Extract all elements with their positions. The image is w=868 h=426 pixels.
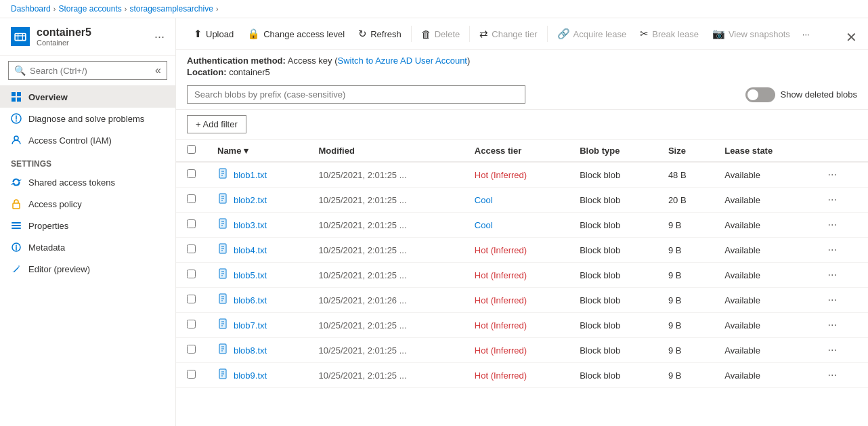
row-more-cell: ···	[812, 338, 868, 363]
row-more-button-6[interactable]: ···	[823, 318, 840, 333]
show-deleted-toggle[interactable]	[745, 87, 775, 102]
toggle-slider	[745, 87, 775, 102]
row-checkbox-1[interactable]	[187, 194, 196, 203]
sidebar-item-overview[interactable]: Overview	[0, 86, 175, 108]
change-tier-button[interactable]: ⇄ Change tier	[473, 24, 544, 44]
add-filter-button[interactable]: + Add filter	[187, 115, 246, 133]
sidebar-more-button[interactable]: ···	[154, 30, 165, 43]
blob-name-link-7[interactable]: blob8.txt	[234, 345, 267, 356]
blob-name-link-2[interactable]: blob3.txt	[234, 220, 267, 230]
blob-name-link-1[interactable]: blob2.txt	[234, 195, 267, 205]
blob-name-link-3[interactable]: blob4.txt	[234, 245, 267, 255]
acquire-lease-button[interactable]: 🔗 Acquire lease	[550, 24, 634, 44]
search-input[interactable]	[30, 66, 148, 76]
sidebar-item-shared-access-tokens[interactable]: Shared access tokens	[0, 171, 175, 193]
row-more-button-8[interactable]: ···	[823, 368, 840, 383]
close-button[interactable]: ✕	[846, 29, 857, 45]
sidebar-iam-label: Access Control (IAM)	[28, 135, 112, 146]
sidebar-item-access-control[interactable]: Access Control (IAM)	[0, 129, 175, 151]
table-row: blob5.txt 10/25/2021, 2:01:25 ... Hot (I…	[176, 263, 868, 288]
toolbar-sep-2	[469, 26, 470, 42]
blob-name-link-8[interactable]: blob9.txt	[234, 370, 267, 381]
row-checkbox-7[interactable]	[187, 345, 196, 354]
upload-button[interactable]: ⬆ Upload	[187, 24, 240, 44]
row-checkbox-cell	[176, 363, 207, 388]
sidebar-item-access-policy[interactable]: Access policy	[0, 193, 175, 215]
row-access-tier-cell: Hot (Inferred)	[464, 162, 569, 188]
refresh-button[interactable]: ↻ Refresh	[351, 24, 408, 44]
col-access-tier[interactable]: Access tier	[464, 140, 569, 162]
change-access-button[interactable]: 🔒 Change access level	[240, 24, 351, 44]
row-size-cell: 9 B	[657, 313, 714, 338]
row-checkbox-3[interactable]	[187, 244, 196, 253]
row-more-cell: ···	[812, 313, 868, 338]
change-access-label: Change access level	[263, 29, 345, 39]
sidebar-item-editor[interactable]: Editor (preview)	[0, 258, 175, 280]
row-more-cell: ···	[812, 263, 868, 288]
access-control-icon	[11, 135, 22, 146]
svg-rect-0	[15, 34, 26, 41]
row-size-cell: 9 B	[657, 338, 714, 363]
row-blob-type-cell: Block blob	[569, 213, 657, 238]
blob-name-link-5[interactable]: blob6.txt	[234, 295, 267, 305]
row-lease-state-cell: Available	[714, 238, 812, 263]
sidebar-subtitle: Container	[37, 39, 91, 47]
row-checkbox-8[interactable]	[187, 370, 196, 379]
auth-switch-link[interactable]: Switch to Azure AD User Account	[338, 56, 467, 66]
sidebar-item-properties[interactable]: Properties	[0, 215, 175, 236]
row-size-cell: 9 B	[657, 213, 714, 238]
sidebar-search-bar: 🔍 «	[0, 56, 175, 86]
blob-search-wrap	[187, 85, 525, 104]
col-actions	[812, 140, 868, 162]
break-lease-icon: ✂	[640, 28, 649, 40]
row-more-button-3[interactable]: ···	[823, 242, 840, 257]
breadcrumb-dashboard[interactable]: Dashboard	[11, 4, 51, 14]
blob-name-link-6[interactable]: blob7.txt	[234, 320, 267, 331]
blob-name-link-4[interactable]: blob5.txt	[234, 270, 267, 280]
svg-rect-7	[13, 203, 20, 209]
blob-name-link-0[interactable]: blob1.txt	[234, 170, 267, 180]
breadcrumb-storagesamplesarchive[interactable]: storagesamplesarchive	[129, 4, 213, 14]
row-name-cell: blob3.txt	[207, 213, 307, 238]
file-icon	[217, 168, 228, 182]
sidebar-item-metadata[interactable]: Metadata	[0, 236, 175, 258]
delete-button[interactable]: 🗑 Delete	[414, 24, 467, 44]
break-lease-button[interactable]: ✂ Break lease	[633, 24, 706, 44]
location-info: Location: container5	[187, 67, 857, 77]
col-lease-state[interactable]: Lease state	[714, 140, 812, 162]
row-checkbox-cell	[176, 188, 207, 213]
row-checkbox-6[interactable]	[187, 320, 196, 328]
break-lease-label: Break lease	[652, 29, 699, 39]
row-checkbox-4[interactable]	[187, 270, 196, 278]
row-checkbox-0[interactable]	[187, 169, 196, 178]
show-deleted-label: Show deleted blobs	[781, 89, 857, 100]
select-all-checkbox[interactable]	[187, 145, 196, 154]
file-icon	[217, 243, 228, 257]
collapse-sidebar-button[interactable]: «	[155, 64, 161, 77]
sidebar-overview-label: Overview	[28, 92, 68, 102]
sidebar-item-diagnose[interactable]: Diagnose and solve problems	[0, 108, 175, 129]
row-more-button-7[interactable]: ···	[823, 343, 840, 358]
toolbar: ⬆ Upload 🔒 Change access level ↻ Refresh…	[176, 18, 868, 50]
col-modified[interactable]: Modified	[307, 140, 463, 162]
breadcrumb-storage-accounts[interactable]: Storage accounts	[58, 4, 121, 14]
sidebar-search-wrap: 🔍 «	[8, 61, 167, 80]
toolbar-more-button[interactable]: ···	[797, 25, 815, 43]
row-more-button-1[interactable]: ···	[823, 192, 840, 207]
row-checkbox-2[interactable]	[187, 219, 196, 228]
col-blob-type[interactable]: Blob type	[569, 140, 657, 162]
row-more-button-4[interactable]: ···	[823, 268, 840, 282]
row-name-cell: blob4.txt	[207, 238, 307, 263]
row-more-button-0[interactable]: ···	[823, 167, 840, 182]
row-name-cell: blob6.txt	[207, 288, 307, 313]
row-more-button-5[interactable]: ···	[823, 293, 840, 307]
row-size-cell: 9 B	[657, 288, 714, 313]
col-name[interactable]: Name ▾	[207, 140, 307, 162]
blob-search-input[interactable]	[194, 89, 518, 100]
col-size[interactable]: Size	[657, 140, 714, 162]
row-more-button-2[interactable]: ···	[823, 217, 840, 232]
row-checkbox-5[interactable]	[187, 295, 196, 303]
row-modified-cell: 10/25/2021, 2:01:25 ...	[307, 363, 463, 388]
row-name-cell: blob7.txt	[207, 313, 307, 338]
view-snapshots-button[interactable]: 📷 View snapshots	[706, 24, 797, 44]
